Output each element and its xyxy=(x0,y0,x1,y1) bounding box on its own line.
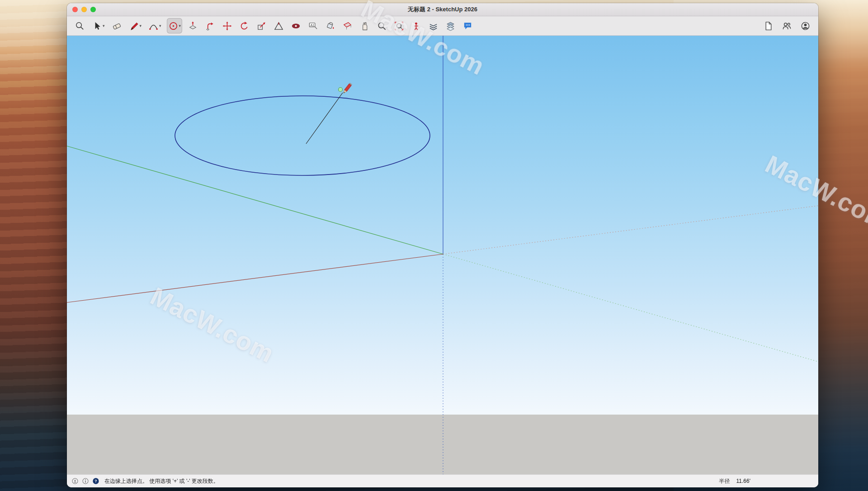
chat-icon xyxy=(462,21,473,31)
styles-icon xyxy=(445,21,456,31)
line-icon xyxy=(129,21,139,31)
endpoint-inference-dot xyxy=(339,88,343,92)
eraser-tool-button[interactable] xyxy=(110,18,123,33)
circle-icon xyxy=(168,21,179,31)
walk-icon xyxy=(359,21,370,31)
eraser-icon xyxy=(112,21,122,31)
titlebar: 无标题 2 - SketchUp 2026 xyxy=(67,3,818,16)
chevron-down-icon[interactable]: ▾ xyxy=(140,24,142,28)
text-icon: A1 xyxy=(308,21,318,31)
tags-icon xyxy=(428,21,439,31)
paint-icon xyxy=(325,21,335,31)
position-camera-tool-button[interactable] xyxy=(410,18,423,33)
search-tool-button[interactable] xyxy=(73,18,86,33)
model-canvas xyxy=(67,36,818,474)
account-tool-button[interactable] xyxy=(799,18,812,33)
circle-tool-button[interactable]: ▾ xyxy=(167,18,183,33)
green-axis xyxy=(67,146,443,254)
svg-text:A1: A1 xyxy=(311,23,314,26)
zoom-extents-tool-button[interactable] xyxy=(392,18,406,33)
share-icon xyxy=(782,21,792,31)
protractor-icon xyxy=(274,21,284,31)
new-document-icon xyxy=(763,21,774,31)
chat-tool-button[interactable] xyxy=(461,18,474,33)
help-icon[interactable]: ? xyxy=(92,477,99,485)
move-icon xyxy=(222,21,232,31)
tags-tool-button[interactable] xyxy=(427,18,440,33)
zoom-tool-button[interactable] xyxy=(375,18,388,33)
pencil-cursor xyxy=(342,83,352,94)
section-tool-button[interactable] xyxy=(341,18,354,33)
scale-icon xyxy=(256,21,267,31)
search-icon xyxy=(75,21,85,31)
measurement-label: 半径 xyxy=(719,477,730,485)
arc-tool-button[interactable]: ▾ xyxy=(147,18,163,33)
position-camera-icon xyxy=(411,21,421,31)
measurement-box: 半径 11.66' xyxy=(719,477,750,485)
lookaround-icon xyxy=(291,21,301,31)
info-icon[interactable] xyxy=(82,477,89,485)
geolocation-icon[interactable] xyxy=(71,477,79,485)
statusbar: ? 在边缘上选择点。 使用选项 '+' 或 '-' 更改段数。 半径 11.66… xyxy=(67,474,818,487)
green-axis-negative xyxy=(443,254,818,362)
pushpull-icon xyxy=(188,21,198,31)
select-icon xyxy=(92,21,102,31)
followme-icon xyxy=(205,21,215,31)
pushpull-tool-button[interactable] xyxy=(186,18,199,33)
scale-tool-button[interactable] xyxy=(255,18,268,33)
chevron-down-icon[interactable]: ▾ xyxy=(159,24,161,28)
sketchup-window: 无标题 2 - SketchUp 2026 ▾▾▾▾A1 xyxy=(67,3,818,487)
toolbar-left: ▾▾▾▾A1 xyxy=(73,18,474,33)
zoom-button[interactable] xyxy=(90,7,96,12)
walk-tool-button[interactable] xyxy=(358,18,371,33)
close-button[interactable] xyxy=(72,7,78,12)
minimize-button[interactable] xyxy=(81,7,87,12)
zoom-icon xyxy=(377,21,387,31)
share-tool-button[interactable] xyxy=(780,18,793,33)
red-axis xyxy=(67,254,443,302)
chevron-down-icon[interactable]: ▾ xyxy=(103,24,105,28)
traffic-lights xyxy=(72,7,96,12)
circle-edge[interactable] xyxy=(175,96,430,175)
select-tool-button[interactable]: ▾ xyxy=(90,18,106,33)
status-hint: 在边缘上选择点。 使用选项 '+' 或 '-' 更改段数。 xyxy=(104,477,219,485)
lookaround-tool-button[interactable] xyxy=(289,18,302,33)
red-axis-negative xyxy=(443,206,818,254)
followme-tool-button[interactable] xyxy=(203,18,217,33)
rotate-tool-button[interactable] xyxy=(238,18,251,33)
drawing-viewport[interactable] xyxy=(67,36,818,474)
zoom-extents-icon xyxy=(394,21,404,31)
text-tool-button[interactable]: A1 xyxy=(307,18,320,33)
measurement-value[interactable]: 11.66' xyxy=(736,478,750,484)
move-tool-button[interactable] xyxy=(221,18,234,33)
paint-tool-button[interactable] xyxy=(324,18,337,33)
account-icon xyxy=(800,21,811,31)
styles-tool-button[interactable] xyxy=(444,18,457,33)
protractor-tool-button[interactable] xyxy=(272,18,285,33)
statusbar-icons: ? xyxy=(71,477,99,485)
arc-icon xyxy=(148,21,159,31)
rotate-icon xyxy=(239,21,250,31)
new-document-tool-button[interactable] xyxy=(762,18,775,33)
radius-line xyxy=(306,93,343,144)
line-tool-button[interactable]: ▾ xyxy=(127,18,143,33)
chevron-down-icon[interactable]: ▾ xyxy=(179,24,181,28)
section-icon xyxy=(342,21,353,31)
toolbar: ▾▾▾▾A1 xyxy=(67,16,818,36)
svg-text:?: ? xyxy=(94,479,97,483)
window-title: 无标题 2 - SketchUp 2026 xyxy=(67,3,818,16)
toolbar-right xyxy=(762,18,812,33)
